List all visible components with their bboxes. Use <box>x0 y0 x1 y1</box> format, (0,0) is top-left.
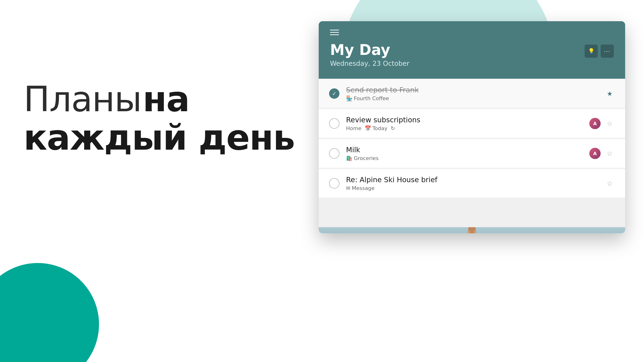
hero-text-light: Планы <box>24 79 142 120</box>
star-button[interactable]: ☆ <box>604 148 615 158</box>
task-content: Review subscriptions Home 📅 Today ↻ <box>346 116 583 131</box>
task-repeat: ↻ <box>391 126 395 131</box>
task-meta: ✉️ Message <box>346 185 598 191</box>
more-icon: ··· <box>604 48 610 55</box>
star-button[interactable]: ★ <box>604 88 615 99</box>
task-item[interactable]: Re: Alpine Ski House brief ✉️ Message ☆ <box>319 169 625 198</box>
more-options-button[interactable]: ··· <box>601 44 614 58</box>
hamburger-button[interactable] <box>330 30 614 35</box>
lightbulb-icon: 💡 <box>588 48 594 54</box>
task-actions: ★ <box>604 88 615 99</box>
header-title-row: My Day Wednesday, 23 October 💡 ··· <box>330 43 614 68</box>
suggestion-button[interactable]: 💡 <box>584 44 598 58</box>
hamburger-line-1 <box>330 30 339 30</box>
task-checkbox-completed[interactable] <box>329 88 340 99</box>
hamburger-line-3 <box>330 34 339 35</box>
hamburger-line-2 <box>330 32 339 33</box>
task-due-date: 📅 Today <box>365 126 388 131</box>
svg-rect-9 <box>468 231 470 233</box>
header-actions: 💡 ··· <box>584 44 614 58</box>
task-content: Milk 🛍️ Groceries <box>346 146 583 161</box>
hero-text-bold: на <box>142 79 189 120</box>
task-actions: ☆ <box>604 178 615 188</box>
avatar-image: A <box>589 148 601 159</box>
task-list-name: 🛍️ Groceries <box>346 155 378 161</box>
task-title: Milk <box>346 146 583 154</box>
list-name-text: Fourth Coffee <box>354 96 389 101</box>
due-date-text: Today <box>372 126 388 131</box>
list-name-text: Message <box>352 185 374 191</box>
task-meta: Home 📅 Today ↻ <box>346 126 583 131</box>
app-header: My Day Wednesday, 23 October 💡 ··· <box>319 21 625 79</box>
calendar-icon: 📅 <box>365 126 371 131</box>
hero-section: Планы на каждый день <box>24 80 295 157</box>
tower-svg <box>434 227 510 233</box>
task-list-name: ✉️ Message <box>346 185 374 191</box>
task-list-name: Home <box>346 126 361 131</box>
svg-rect-10 <box>473 231 476 233</box>
hero-line1: Планы на <box>24 80 295 118</box>
list-icon: 🛍️ <box>346 156 352 161</box>
app-window: My Day Wednesday, 23 October 💡 ··· Send … <box>319 21 625 233</box>
hero-line2: каждый день <box>24 118 295 157</box>
task-title: Send report to Frank <box>346 86 598 94</box>
task-checkbox[interactable] <box>329 178 340 188</box>
task-checkbox[interactable] <box>329 118 340 129</box>
task-item[interactable]: Milk 🛍️ Groceries A ☆ <box>319 139 625 168</box>
task-meta: 🛍️ Groceries <box>346 155 583 161</box>
list-icon: ✉️ <box>346 186 350 191</box>
list-name-text: Home <box>346 126 361 131</box>
task-list-name: 🏪 Fourth Coffee <box>346 96 389 101</box>
task-title: Re: Alpine Ski House brief <box>346 176 598 184</box>
list-name-text: Groceries <box>354 155 378 161</box>
task-content: Re: Alpine Ski House brief ✉️ Message <box>346 176 598 191</box>
task-content: Send report to Frank 🏪 Fourth Coffee <box>346 86 598 101</box>
task-list-container: Send report to Frank 🏪 Fourth Coffee ★ R… <box>319 79 625 227</box>
task-actions: A ☆ <box>589 148 615 159</box>
avatar: A <box>589 118 601 129</box>
avatar-image: A <box>589 118 601 129</box>
task-item[interactable]: Review subscriptions Home 📅 Today ↻ <box>319 109 625 138</box>
star-button[interactable]: ☆ <box>604 178 615 188</box>
avatar: A <box>589 148 601 159</box>
header-text: My Day Wednesday, 23 October <box>330 43 410 68</box>
task-meta: 🏪 Fourth Coffee <box>346 96 598 101</box>
task-checkbox[interactable] <box>329 148 340 158</box>
app-title: My Day <box>330 43 410 57</box>
bg-circle-teal <box>0 263 99 362</box>
app-date: Wednesday, 23 October <box>330 60 410 68</box>
star-button[interactable]: ☆ <box>604 118 615 129</box>
task-actions: A ☆ <box>589 118 615 129</box>
task-item[interactable]: Send report to Frank 🏪 Fourth Coffee ★ <box>319 79 625 108</box>
task-title: Review subscriptions <box>346 116 583 124</box>
photo-section <box>319 227 625 233</box>
list-icon: 🏪 <box>346 96 352 101</box>
repeat-icon: ↻ <box>391 126 395 131</box>
